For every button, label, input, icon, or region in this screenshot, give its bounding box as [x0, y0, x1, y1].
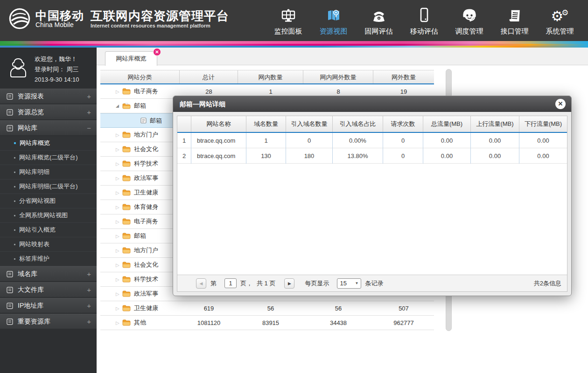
expand-icon: + — [87, 302, 91, 310]
chevron-right-icon[interactable]: ▷ — [116, 262, 122, 268]
column-header: 引入域名占比 — [333, 116, 383, 132]
column-header: 域名数量 — [246, 116, 286, 132]
folder-icon — [122, 218, 131, 225]
column-header: 网站分类 — [100, 70, 180, 83]
folder-icon — [122, 146, 131, 152]
login-label: 登录时间： 周三 — [35, 64, 79, 75]
sidebar-item-website-detail[interactable]: 网站库明细 — [0, 165, 97, 180]
chevron-right-icon[interactable]: ▷ — [116, 320, 122, 325]
chevron-right-icon[interactable]: ▷ — [116, 161, 122, 166]
chevron-right-icon[interactable]: ▷ — [116, 132, 122, 138]
user-avatar — [7, 57, 29, 78]
modal-title-bar[interactable]: 邮箱—网站详细 ✕ — [173, 96, 571, 112]
expand-icon: + — [87, 318, 91, 325]
column-header: 网内网外数量 — [303, 70, 373, 83]
per-page-select[interactable]: 15 ▼ — [337, 278, 361, 289]
nav-item-resource-view[interactable]: 资源视图 — [311, 0, 356, 41]
gears-icon: ⚙⚙ — [551, 6, 568, 23]
total-pages: 共 1 页 — [257, 279, 275, 288]
sidebar-item-website-overview[interactable]: 网站库概览 — [0, 136, 97, 151]
table-row[interactable]: ▷其他 10811208391534438962777 — [100, 316, 434, 330]
page-number-input[interactable]: 1 — [224, 278, 237, 288]
login-time: 2013-9-30 14:10 — [35, 75, 79, 85]
chevron-right-icon[interactable]: ▷ — [116, 205, 122, 210]
nav-item-monitor-panel[interactable]: 监控面板 — [266, 0, 311, 41]
chevron-right-icon[interactable]: ▷ — [116, 190, 122, 195]
bullet-icon — [14, 172, 15, 173]
prev-page-button[interactable]: ◀ — [196, 278, 206, 289]
bullet-icon — [14, 200, 15, 202]
page-icon — [7, 125, 13, 131]
nav-item-dispatch-mgmt[interactable]: 调度管理 — [447, 0, 492, 41]
column-header: 网内数量 — [238, 70, 303, 83]
sidebar-section-domain-library[interactable]: 域名库 + — [0, 266, 97, 281]
sidebar-section-website-library[interactable]: 网站库 − — [0, 120, 97, 135]
modal-close-icon[interactable]: ✕ — [555, 99, 566, 109]
sidebar-section-resource-overview[interactable]: 资源总览 + — [0, 104, 97, 119]
tab-website-overview[interactable]: 网站库概览 ✕ — [105, 51, 157, 66]
folder-icon — [122, 88, 131, 95]
sidebar-item-province-view[interactable]: 分省网站视图 — [0, 194, 97, 208]
tab-close-icon[interactable]: ✕ — [153, 48, 161, 56]
pagination-bar: ◀ 第 1 页， 共 1 页 ▶ 每页显示 15 ▼ 条记录 共2条信息 — [177, 275, 567, 291]
chevron-right-icon[interactable]: ▷ — [116, 277, 122, 282]
folder-icon — [122, 276, 131, 283]
bullet-icon — [14, 215, 15, 216]
nav-item-system-mgmt[interactable]: ⚙⚙ 系统管理 — [537, 0, 582, 41]
column-header: 上行流量(MB) — [471, 116, 519, 132]
sidebar-item-website-mapping[interactable]: 网站映射表 — [0, 237, 97, 252]
folder-icon — [122, 262, 131, 268]
nav-item-fixed-network-eval[interactable]: 固网评估 — [356, 0, 401, 41]
chevron-right-icon[interactable]: ▷ — [116, 234, 122, 239]
folder-icon — [122, 233, 131, 239]
chevron-right-icon[interactable]: ▷ — [116, 147, 122, 152]
brand-cn: 中国移动 — [35, 9, 84, 21]
per-page-suffix: 条记录 — [365, 279, 383, 288]
detail-table-row[interactable]: 1 btrace.qq.com 1 0 0.00% 0 0.00 0.00 0.… — [177, 133, 567, 148]
sidebar-item-tag-maintenance[interactable]: 标签库维护 — [0, 252, 97, 266]
modal-body: 网站名称 域名数量 引入域名数量 引入域名占比 请求次数 总流量(MB) 上行流… — [173, 112, 571, 296]
welcome-text: 欢迎您，魏华！ — [35, 54, 79, 64]
expand-icon: + — [87, 92, 91, 100]
next-page-button[interactable]: ▶ — [284, 278, 294, 289]
folder-icon — [122, 160, 131, 167]
bullet-icon — [14, 244, 15, 245]
brand: 中国移动 China Mobile 互联网内容资源管理平台 Internet c… — [7, 7, 229, 31]
sidebar-section-important-resource-library[interactable]: 重要资源库 + — [0, 314, 97, 329]
sidebar: 欢迎您，魏华！ 登录时间： 周三 2013-9-30 14:10 资源报表 + … — [0, 48, 97, 373]
table-row[interactable]: ▷卫生健康 6195656507 — [100, 301, 434, 316]
column-header: 下行流量(MB) — [519, 116, 567, 132]
top-nav: 监控面板 资源视图 固网评估 移动评估 — [266, 0, 582, 41]
column-header: 总流量(MB) — [423, 116, 471, 132]
nav-item-interface-mgmt[interactable]: 接口管理 — [492, 0, 537, 41]
column-header: 网站名称 — [191, 116, 246, 132]
chevron-right-icon[interactable]: ▷ — [116, 89, 122, 94]
sidebar-item-website-overview-l2[interactable]: 网站库概览(二级平台) — [0, 151, 97, 165]
sidebar-section-resource-report[interactable]: 资源报表 + — [0, 89, 97, 104]
column-header: 请求次数 — [383, 116, 423, 132]
detail-table-row[interactable]: 2 btrace.qq.com 130 180 13.80% 0 0.00 0.… — [177, 148, 567, 164]
decorative-ribbon — [0, 41, 588, 48]
page-icon — [7, 318, 13, 325]
user-panel: 欢迎您，魏华！ 登录时间： 周三 2013-9-30 14:10 — [0, 48, 97, 89]
chevron-right-icon[interactable]: ▷ — [116, 176, 122, 181]
chevron-right-icon[interactable]: ▷ — [116, 306, 122, 311]
page-icon — [7, 93, 13, 100]
sidebar-item-website-intro-overview[interactable]: 网站引入概览 — [0, 223, 97, 237]
page-icon — [7, 109, 13, 116]
dashboard-icon — [280, 8, 296, 23]
sidebar-section-ip-library[interactable]: IP地址库 + — [0, 298, 97, 313]
folder-open-icon — [122, 103, 131, 109]
collapse-icon: − — [87, 124, 91, 132]
sidebar-item-whole-network-view[interactable]: 全网系统网站视图 — [0, 208, 97, 223]
bullet-icon — [14, 186, 15, 187]
nav-item-mobile-eval[interactable]: 移动评估 — [401, 0, 447, 41]
chevron-right-icon[interactable]: ▷ — [116, 291, 122, 297]
map-icon — [326, 8, 342, 23]
sidebar-section-bigfile-library[interactable]: 大文件库 + — [0, 282, 97, 297]
page-icon — [7, 303, 13, 309]
chevron-down-icon[interactable]: ◢ — [116, 104, 122, 108]
chevron-right-icon[interactable]: ▷ — [116, 248, 122, 253]
sidebar-item-website-detail-l2[interactable]: 网站库明细(二级平台) — [0, 180, 97, 194]
chevron-right-icon[interactable]: ▷ — [116, 219, 122, 224]
